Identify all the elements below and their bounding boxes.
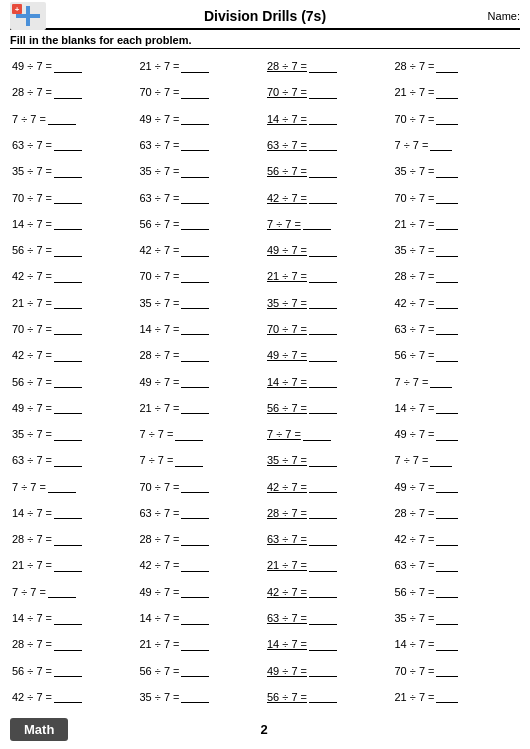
answer-blank[interactable]: [48, 480, 76, 493]
answer-blank[interactable]: [309, 244, 337, 257]
answer-blank[interactable]: [436, 217, 458, 230]
answer-blank[interactable]: [436, 165, 458, 178]
answer-blank[interactable]: [309, 638, 337, 651]
answer-blank[interactable]: [181, 191, 209, 204]
answer-blank[interactable]: [309, 86, 337, 99]
answer-blank[interactable]: [436, 690, 458, 703]
answer-blank[interactable]: [181, 585, 209, 598]
answer-blank[interactable]: [436, 86, 458, 99]
answer-blank[interactable]: [54, 454, 82, 467]
answer-blank[interactable]: [309, 112, 337, 125]
answer-blank[interactable]: [309, 322, 337, 335]
answer-blank[interactable]: [303, 217, 331, 230]
answer-blank[interactable]: [436, 480, 458, 493]
answer-blank[interactable]: [54, 165, 82, 178]
answer-blank[interactable]: [181, 86, 209, 99]
answer-blank[interactable]: [181, 638, 209, 651]
answer-blank[interactable]: [436, 506, 458, 519]
answer-blank[interactable]: [436, 270, 458, 283]
answer-blank[interactable]: [54, 506, 82, 519]
answer-blank[interactable]: [309, 138, 337, 151]
answer-blank[interactable]: [436, 60, 458, 73]
answer-blank[interactable]: [54, 664, 82, 677]
answer-blank[interactable]: [54, 559, 82, 572]
answer-blank[interactable]: [303, 428, 331, 441]
answer-blank[interactable]: [430, 375, 452, 388]
answer-blank[interactable]: [181, 270, 209, 283]
answer-blank[interactable]: [309, 191, 337, 204]
answer-blank[interactable]: [436, 664, 458, 677]
answer-blank[interactable]: [54, 375, 82, 388]
answer-blank[interactable]: [181, 506, 209, 519]
answer-blank[interactable]: [54, 612, 82, 625]
answer-blank[interactable]: [436, 401, 458, 414]
answer-blank[interactable]: [436, 296, 458, 309]
answer-blank[interactable]: [181, 322, 209, 335]
answer-blank[interactable]: [181, 349, 209, 362]
answer-blank[interactable]: [181, 244, 209, 257]
answer-blank[interactable]: [54, 401, 82, 414]
answer-blank[interactable]: [309, 664, 337, 677]
answer-blank[interactable]: [309, 506, 337, 519]
answer-blank[interactable]: [54, 86, 82, 99]
answer-blank[interactable]: [309, 454, 337, 467]
answer-blank[interactable]: [309, 585, 337, 598]
answer-blank[interactable]: [181, 533, 209, 546]
answer-blank[interactable]: [54, 638, 82, 651]
answer-blank[interactable]: [48, 112, 76, 125]
answer-blank[interactable]: [436, 428, 458, 441]
answer-blank[interactable]: [181, 217, 209, 230]
answer-blank[interactable]: [436, 349, 458, 362]
answer-blank[interactable]: [309, 690, 337, 703]
answer-blank[interactable]: [436, 533, 458, 546]
answer-blank[interactable]: [181, 165, 209, 178]
answer-blank[interactable]: [54, 270, 82, 283]
answer-blank[interactable]: [430, 454, 452, 467]
answer-blank[interactable]: [309, 559, 337, 572]
answer-blank[interactable]: [181, 480, 209, 493]
answer-blank[interactable]: [309, 165, 337, 178]
answer-blank[interactable]: [54, 217, 82, 230]
answer-blank[interactable]: [436, 191, 458, 204]
answer-blank[interactable]: [181, 612, 209, 625]
answer-blank[interactable]: [309, 533, 337, 546]
answer-blank[interactable]: [54, 690, 82, 703]
answer-blank[interactable]: [54, 138, 82, 151]
answer-blank[interactable]: [436, 612, 458, 625]
answer-blank[interactable]: [309, 60, 337, 73]
answer-blank[interactable]: [181, 138, 209, 151]
answer-blank[interactable]: [181, 664, 209, 677]
answer-blank[interactable]: [181, 60, 209, 73]
answer-blank[interactable]: [309, 349, 337, 362]
answer-blank[interactable]: [436, 559, 458, 572]
answer-blank[interactable]: [309, 612, 337, 625]
answer-blank[interactable]: [436, 112, 458, 125]
answer-blank[interactable]: [309, 401, 337, 414]
answer-blank[interactable]: [181, 559, 209, 572]
answer-blank[interactable]: [54, 322, 82, 335]
answer-blank[interactable]: [175, 454, 203, 467]
answer-blank[interactable]: [436, 244, 458, 257]
answer-blank[interactable]: [181, 401, 209, 414]
answer-blank[interactable]: [309, 480, 337, 493]
answer-blank[interactable]: [181, 690, 209, 703]
answer-blank[interactable]: [181, 112, 209, 125]
answer-blank[interactable]: [436, 638, 458, 651]
answer-blank[interactable]: [54, 533, 82, 546]
answer-blank[interactable]: [309, 375, 337, 388]
answer-blank[interactable]: [54, 244, 82, 257]
answer-blank[interactable]: [175, 428, 203, 441]
answer-blank[interactable]: [54, 349, 82, 362]
answer-blank[interactable]: [54, 60, 82, 73]
answer-blank[interactable]: [181, 375, 209, 388]
answer-blank[interactable]: [181, 296, 209, 309]
answer-blank[interactable]: [309, 296, 337, 309]
answer-blank[interactable]: [430, 138, 452, 151]
answer-blank[interactable]: [48, 585, 76, 598]
answer-blank[interactable]: [436, 322, 458, 335]
answer-blank[interactable]: [436, 585, 458, 598]
answer-blank[interactable]: [54, 191, 82, 204]
answer-blank[interactable]: [54, 428, 82, 441]
answer-blank[interactable]: [309, 270, 337, 283]
answer-blank[interactable]: [54, 296, 82, 309]
